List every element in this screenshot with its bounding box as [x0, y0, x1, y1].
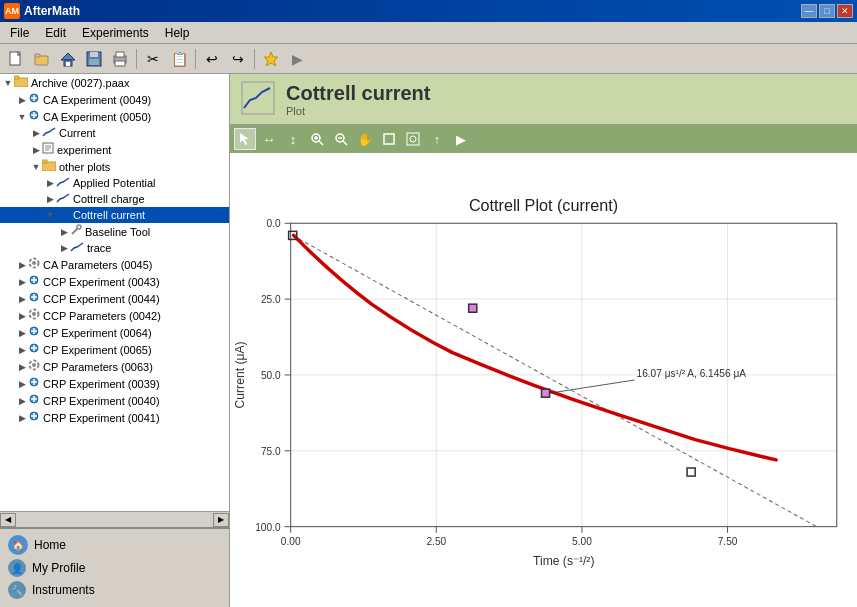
- tree-node-archive[interactable]: ▼Archive (0027).paax: [0, 74, 229, 91]
- expand-btn-crp0039[interactable]: ▶: [16, 378, 28, 390]
- svg-rect-65: [384, 134, 394, 144]
- tree-node-cottcurrent[interactable]: ▼Cottrell current: [0, 207, 229, 223]
- tree-node-experiment[interactable]: ▶experiment: [0, 141, 229, 158]
- expand-btn-crp0040[interactable]: ▶: [16, 395, 28, 407]
- plot-tool-pan-v[interactable]: ↕: [282, 128, 304, 150]
- node-label-cottcharge: Cottrell charge: [73, 193, 145, 205]
- toolbar-copy[interactable]: 📋: [167, 47, 191, 71]
- tree-area[interactable]: ▼Archive (0027).paax▶CA Experiment (0049…: [0, 74, 229, 511]
- node-label-cp0064: CP Experiment (0064): [43, 327, 152, 339]
- node-icon-archive: [14, 75, 28, 90]
- expand-btn-applied[interactable]: ▶: [44, 177, 56, 189]
- svg-text:16.07 μs¹/² A, 6.1456 μA: 16.07 μs¹/² A, 6.1456 μA: [637, 368, 747, 379]
- toolbar-new[interactable]: [4, 47, 28, 71]
- node-icon-cottcurrent: [56, 208, 70, 222]
- toolbar-home[interactable]: [56, 47, 80, 71]
- node-label-cottcurrent: Cottrell current: [73, 209, 145, 221]
- tree-node-ca0049[interactable]: ▶CA Experiment (0049): [0, 91, 229, 108]
- tree-node-ccp0044[interactable]: ▶CCP Experiment (0044): [0, 290, 229, 307]
- plot-tool-right[interactable]: ▶: [450, 128, 472, 150]
- expand-btn-ccpparams[interactable]: ▶: [16, 310, 28, 322]
- tree-horizontal-scrollbar[interactable]: ◀ ▶: [0, 511, 229, 527]
- menu-experiments[interactable]: Experiments: [74, 24, 157, 42]
- minimize-button[interactable]: —: [801, 4, 817, 18]
- expand-btn-ca0049[interactable]: ▶: [16, 94, 28, 106]
- expand-btn-cottcharge[interactable]: ▶: [44, 193, 56, 205]
- plot-toolbar: ↔ ↕ ✋ ↑ ▶: [230, 125, 857, 153]
- svg-rect-7: [90, 52, 98, 57]
- app-title: AfterMath: [24, 4, 80, 18]
- tree-node-current[interactable]: ▶Current: [0, 125, 229, 141]
- node-icon-ccp0043: [28, 274, 40, 289]
- expand-btn-archive[interactable]: ▼: [2, 77, 14, 89]
- node-icon-ca0049: [28, 92, 40, 107]
- tree-node-baseline[interactable]: ▶Baseline Tool: [0, 223, 229, 240]
- toolbar-cut[interactable]: ✂: [141, 47, 165, 71]
- tree-node-cp0065[interactable]: ▶CP Experiment (0065): [0, 341, 229, 358]
- header-text: Cottrell current Plot: [286, 82, 430, 117]
- app-icon: AM: [4, 3, 20, 19]
- tree-node-cp0064[interactable]: ▶CP Experiment (0064): [0, 324, 229, 341]
- expand-btn-current[interactable]: ▶: [30, 127, 42, 139]
- tree-node-ccpparams[interactable]: ▶CCP Parameters (0042): [0, 307, 229, 324]
- svg-rect-68: [230, 183, 857, 577]
- svg-rect-103: [469, 304, 477, 312]
- toolbar-open[interactable]: [30, 47, 54, 71]
- expand-btn-baseline[interactable]: ▶: [58, 226, 70, 238]
- toolbar-undo[interactable]: ↩: [200, 47, 224, 71]
- tree-node-caparams[interactable]: ▶CA Parameters (0045): [0, 256, 229, 273]
- plot-tool-zoom-out[interactable]: [330, 128, 352, 150]
- tree-node-trace[interactable]: ▶trace: [0, 240, 229, 256]
- menu-edit[interactable]: Edit: [37, 24, 74, 42]
- tree-node-cpparams[interactable]: ▶CP Parameters (0063): [0, 358, 229, 375]
- expand-btn-cottcurrent[interactable]: ▼: [44, 209, 56, 221]
- toolbar-star[interactable]: [259, 47, 283, 71]
- plot-tool-zoom-in[interactable]: [306, 128, 328, 150]
- expand-btn-trace[interactable]: ▶: [58, 242, 70, 254]
- expand-btn-cp0065[interactable]: ▶: [16, 344, 28, 356]
- nav-instruments[interactable]: 🔧 Instruments: [4, 579, 225, 601]
- menu-file[interactable]: File: [2, 24, 37, 42]
- node-label-otherplots: other plots: [59, 161, 110, 173]
- toolbar-disabled: ▶: [285, 47, 309, 71]
- expand-btn-otherplots[interactable]: ▼: [30, 161, 42, 173]
- tree-node-applied[interactable]: ▶Applied Potential: [0, 175, 229, 191]
- menu-help[interactable]: Help: [157, 24, 198, 42]
- tree-node-crp0040[interactable]: ▶CRP Experiment (0040): [0, 392, 229, 409]
- node-label-caparams: CA Parameters (0045): [43, 259, 152, 271]
- plot-tool-pan-h[interactable]: ↔: [258, 128, 280, 150]
- tree-node-ccp0043[interactable]: ▶CCP Experiment (0043): [0, 273, 229, 290]
- expand-btn-ccp0043[interactable]: ▶: [16, 276, 28, 288]
- tree-node-crp0041[interactable]: ▶CRP Experiment (0041): [0, 409, 229, 426]
- plot-tool-hand[interactable]: ✋: [354, 128, 376, 150]
- expand-btn-cp0064[interactable]: ▶: [16, 327, 28, 339]
- nav-instruments-label: Instruments: [32, 583, 95, 597]
- nav-myprofile[interactable]: 👤 My Profile: [4, 557, 225, 579]
- toolbar-redo[interactable]: ↪: [226, 47, 250, 71]
- tree-node-cottcharge[interactable]: ▶Cottrell charge: [0, 191, 229, 207]
- node-label-trace: trace: [87, 242, 111, 254]
- expand-btn-ccp0044[interactable]: ▶: [16, 293, 28, 305]
- tree-node-ca0050[interactable]: ▼CA Experiment (0050): [0, 108, 229, 125]
- toolbar-save[interactable]: [82, 47, 106, 71]
- toolbar-print[interactable]: [108, 47, 132, 71]
- plot-tool-up[interactable]: ↑: [426, 128, 448, 150]
- node-label-ccp0043: CCP Experiment (0043): [43, 276, 160, 288]
- expand-btn-crp0041[interactable]: ▶: [16, 412, 28, 424]
- svg-marker-3: [61, 53, 75, 60]
- plot-tool-select[interactable]: [234, 128, 256, 150]
- plot-tool-zoom-rect[interactable]: [378, 128, 400, 150]
- maximize-button[interactable]: □: [819, 4, 835, 18]
- node-label-crp0040: CRP Experiment (0040): [43, 395, 160, 407]
- expand-btn-ca0050[interactable]: ▼: [16, 111, 28, 123]
- plot-tool-autoscale[interactable]: [402, 128, 424, 150]
- tree-node-otherplots[interactable]: ▼other plots: [0, 158, 229, 175]
- expand-btn-cpparams[interactable]: ▶: [16, 361, 28, 373]
- close-button[interactable]: ✕: [837, 4, 853, 18]
- nav-home[interactable]: 🏠 Home: [4, 533, 225, 557]
- title-bar-buttons[interactable]: — □ ✕: [801, 4, 853, 18]
- tree-node-crp0039[interactable]: ▶CRP Experiment (0039): [0, 375, 229, 392]
- expand-btn-caparams[interactable]: ▶: [16, 259, 28, 271]
- expand-btn-experiment[interactable]: ▶: [30, 144, 42, 156]
- nav-home-label: Home: [34, 538, 66, 552]
